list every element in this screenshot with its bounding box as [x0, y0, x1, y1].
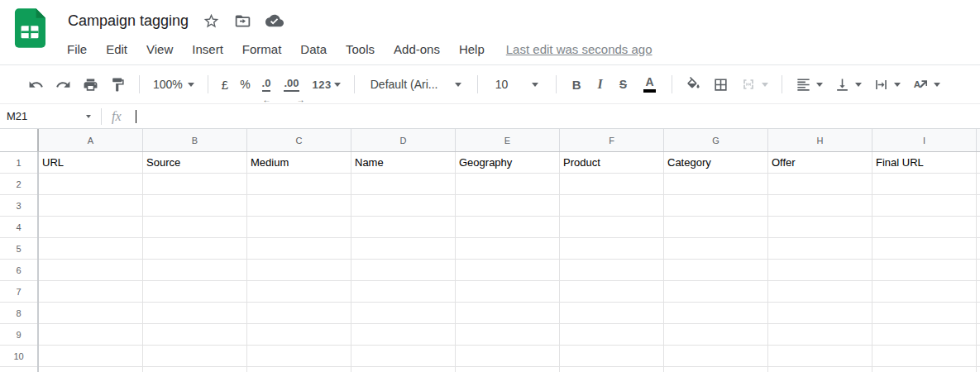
menu-item-insert[interactable]: Insert: [191, 42, 224, 56]
menu-item-addons[interactable]: Add-ons: [393, 42, 441, 56]
menu-item-help[interactable]: Help: [458, 42, 485, 56]
row-number-7[interactable]: 7: [0, 281, 37, 303]
horizontal-align-button[interactable]: [790, 72, 829, 97]
horizontal-align-icon: [796, 77, 811, 93]
svg-text:A: A: [914, 79, 921, 89]
redo-button[interactable]: [50, 72, 77, 97]
chevron-down-icon: [855, 83, 862, 87]
menu-item-data[interactable]: Data: [299, 42, 327, 56]
formula-input[interactable]: [136, 104, 980, 128]
cell-d1[interactable]: Name: [351, 152, 456, 174]
cell-i1[interactable]: Final URL: [872, 152, 977, 174]
borders-button[interactable]: [707, 72, 734, 97]
move-to-folder-icon[interactable]: [234, 12, 251, 30]
menu-item-tools[interactable]: Tools: [345, 42, 375, 56]
row-number-10[interactable]: 10: [0, 346, 37, 367]
row-number-9[interactable]: 9: [0, 324, 37, 346]
paint-format-icon: [110, 77, 126, 93]
print-button[interactable]: [77, 72, 104, 97]
text-color-button[interactable]: A: [635, 72, 664, 97]
merge-cells-button[interactable]: [734, 72, 774, 97]
row-number-3[interactable]: 3: [0, 195, 37, 217]
menu-item-file[interactable]: File: [66, 42, 88, 56]
font-family-select[interactable]: Default (Ari...: [362, 72, 470, 97]
toolbar-separator: [477, 75, 478, 93]
row-number-1[interactable]: 1: [0, 152, 37, 174]
arrow-left-icon: ←: [263, 95, 271, 103]
chevron-down-icon: [455, 83, 461, 87]
column-header-h[interactable]: H: [768, 129, 872, 151]
italic-button[interactable]: I: [590, 72, 611, 97]
column-header-d[interactable]: D: [351, 129, 456, 151]
column-header-e[interactable]: E: [456, 129, 560, 151]
chevron-down-icon: [188, 83, 194, 87]
chevron-down-icon: [894, 83, 901, 87]
decrease-decimal-button[interactable]: .0 ←: [256, 72, 279, 97]
select-all-corner[interactable]: [0, 129, 39, 151]
arrow-right-icon: →: [297, 95, 305, 103]
column-header-i[interactable]: I: [872, 129, 977, 151]
menu-item-format[interactable]: Format: [241, 42, 283, 56]
cloud-saved-icon[interactable]: [265, 12, 284, 30]
cells-area[interactable]: URL Source Medium Name Geography Product…: [39, 152, 980, 372]
column-header-row: A B C D E F G H I: [0, 129, 980, 152]
strikethrough-button[interactable]: S: [611, 72, 635, 97]
row-number-4[interactable]: 4: [0, 217, 37, 238]
row-number-2[interactable]: 2: [0, 174, 37, 195]
row-number-8[interactable]: 8: [0, 303, 37, 324]
chevron-down-icon: [762, 83, 768, 87]
zoom-select[interactable]: 100%: [147, 72, 200, 97]
column-header-b[interactable]: B: [143, 129, 247, 151]
toolbar-separator: [556, 75, 557, 93]
chevron-down-icon: [934, 83, 940, 87]
star-icon[interactable]: [203, 12, 220, 30]
borders-icon: [713, 77, 729, 93]
toolbar-separator: [354, 75, 355, 93]
increase-decimal-button[interactable]: .00 →: [278, 72, 306, 97]
row-number-5[interactable]: 5: [0, 238, 37, 260]
name-box[interactable]: M21: [0, 110, 94, 122]
cell-e1[interactable]: Geography: [456, 152, 560, 174]
bold-button[interactable]: B: [564, 72, 590, 97]
paint-format-button[interactable]: [104, 72, 131, 97]
chevron-down-icon: [86, 115, 91, 118]
last-edit-link[interactable]: Last edit was seconds ago: [506, 42, 653, 56]
cell-h1[interactable]: Offer: [768, 152, 872, 174]
toolbar: 100% £ % .0 ← .00 → 123 Default (Ari...: [0, 64, 980, 103]
vertical-align-button[interactable]: [829, 72, 868, 97]
text-rotation-button[interactable]: A: [906, 72, 946, 97]
topbar: Campaign tagging File Edit View Insert F…: [0, 0, 980, 64]
cell-a1[interactable]: URL: [39, 152, 143, 174]
title-row: Campaign tagging: [68, 9, 284, 32]
text-wrap-button[interactable]: [868, 72, 906, 97]
merge-cells-icon: [740, 76, 757, 93]
column-header-a[interactable]: A: [39, 129, 143, 151]
cell-g1[interactable]: Category: [664, 152, 768, 174]
redo-icon: [55, 77, 71, 93]
fill-color-button[interactable]: [680, 72, 707, 97]
cell-f1[interactable]: Product: [560, 152, 664, 174]
menu-item-edit[interactable]: Edit: [105, 42, 128, 56]
toolbar-separator: [208, 75, 208, 93]
document-title[interactable]: Campaign tagging: [68, 12, 189, 30]
fill-color-icon: [686, 77, 701, 93]
text-rotation-icon: A: [912, 76, 929, 93]
undo-button[interactable]: [22, 72, 50, 97]
header-data-row: URL Source Medium Name Geography Product…: [39, 152, 980, 174]
row-number-6[interactable]: 6: [0, 260, 37, 281]
cell-b1[interactable]: Source: [143, 152, 247, 174]
menu-bar: File Edit View Insert Format Data Tools …: [66, 38, 653, 60]
sheets-logo-icon[interactable]: [14, 8, 45, 48]
cell-c1[interactable]: Medium: [247, 152, 351, 174]
more-number-formats-button[interactable]: 123: [307, 72, 347, 97]
column-header-f[interactable]: F: [560, 129, 664, 151]
format-percent-button[interactable]: %: [234, 72, 256, 97]
chevron-down-icon: [334, 83, 341, 87]
menu-item-view[interactable]: View: [146, 42, 174, 56]
chevron-down-icon: [816, 83, 823, 87]
format-currency-button[interactable]: £: [216, 72, 234, 97]
column-header-g[interactable]: G: [664, 129, 768, 151]
column-header-c[interactable]: C: [247, 129, 351, 151]
font-size-select[interactable]: 10: [485, 72, 548, 97]
column-header-partial: [977, 129, 980, 151]
